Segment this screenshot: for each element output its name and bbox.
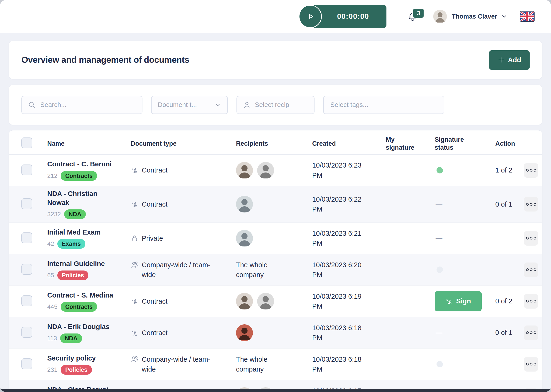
document-name[interactable]: NDA - Erik Douglas <box>47 322 131 331</box>
language-selector-button[interactable] <box>520 11 535 22</box>
table-row: NDA - Christian Nowak 3232 NDA Contract … <box>9 186 542 223</box>
table-row: Contract - C. Beruni 212 Contracts Contr… <box>9 155 542 186</box>
document-type: Contract <box>131 328 236 338</box>
row-checkbox[interactable] <box>21 198 32 209</box>
document-id: 445 <box>47 303 57 310</box>
notification-badge: 3 <box>412 8 424 19</box>
recipients <box>236 162 312 179</box>
recipient-placeholder: Select recip <box>255 101 289 109</box>
created-date: 10/03/2023 6:22 PM <box>312 194 386 214</box>
search-field[interactable] <box>21 96 142 114</box>
document-meta: 445 Contracts <box>47 302 131 312</box>
document-name[interactable]: Contract - S. Medina <box>47 291 131 300</box>
document-tag: Policies <box>61 365 92 375</box>
timer-value: 00:00:00 <box>330 12 369 21</box>
divider <box>514 8 514 25</box>
document-meta: 113 NDA <box>47 334 131 343</box>
recipients <box>236 293 312 310</box>
document-type-dropdown[interactable]: Document t... <box>151 96 228 114</box>
user-menu[interactable]: Thomas Claver <box>433 10 508 23</box>
pending-status-dot <box>437 266 443 273</box>
document-id: 231 <box>47 366 57 373</box>
pending-status-dot <box>437 361 443 367</box>
chevron-down-icon <box>215 102 221 108</box>
document-id: 65 <box>47 272 54 279</box>
document-meta: 231 Policies <box>47 365 131 375</box>
created-date: 10/03/2023 6:21 PM <box>312 228 386 248</box>
document-meta: 212 Contracts <box>47 171 131 181</box>
recipient-avatar-woman-dark-hair <box>236 162 253 179</box>
row-actions-menu-button[interactable] <box>524 197 538 211</box>
row-checkbox[interactable] <box>21 358 32 369</box>
document-name[interactable]: NDA - Christian Nowak <box>47 189 131 207</box>
document-type: Contract <box>131 296 236 306</box>
time-tracker-widget[interactable]: 00:00:00 <box>312 5 387 28</box>
no-signature-dash: — <box>436 234 442 242</box>
row-checkbox[interactable] <box>21 264 32 275</box>
signature-status-cell: — <box>435 234 495 242</box>
recipients <box>236 196 312 213</box>
notifications-button[interactable]: 3 <box>408 12 417 21</box>
table-body: Contract - C. Beruni 212 Contracts Contr… <box>9 155 542 392</box>
created-date: 10/03/2023 6:20 PM <box>312 260 386 280</box>
row-checkbox[interactable] <box>21 327 32 338</box>
documents-table: Name Document type Recipients Created My… <box>9 130 542 392</box>
row-actions-menu-button[interactable] <box>524 231 538 245</box>
column-header-my-signature: My signature <box>386 136 434 152</box>
table-row: Internal Guideline 65 Policies Company-w… <box>9 254 542 286</box>
divider <box>427 8 427 25</box>
signature-status-cell: — <box>435 200 495 208</box>
row-checkbox[interactable] <box>21 232 32 243</box>
user-name: Thomas Claver <box>452 13 497 20</box>
row-actions-menu-button[interactable] <box>524 263 538 277</box>
document-name[interactable]: Initial Med Exam <box>47 228 131 237</box>
tags-input[interactable] <box>330 101 438 109</box>
document-id: 42 <box>47 240 54 247</box>
tags-field[interactable] <box>323 96 444 114</box>
row-actions-menu-button[interactable] <box>524 325 538 340</box>
people-icon <box>131 261 139 269</box>
document-id: 212 <box>47 172 57 180</box>
document-name[interactable]: Security policy <box>47 354 131 363</box>
recipients <box>236 324 312 341</box>
row-actions-menu-button[interactable] <box>524 294 538 308</box>
row-actions-menu-button[interactable] <box>524 357 538 371</box>
recipients: The whole company <box>236 354 312 374</box>
row-actions-menu-button[interactable] <box>524 163 538 178</box>
row-checkbox[interactable] <box>21 295 32 306</box>
add-document-button[interactable]: Add <box>489 50 530 70</box>
document-type: Company-wide / team-wide <box>131 260 236 280</box>
signature-icon <box>131 297 139 305</box>
signed-status-dot <box>437 167 443 174</box>
signature-icon <box>131 329 139 337</box>
recipient-avatar-man-smiling <box>257 293 274 310</box>
search-input[interactable] <box>40 101 136 109</box>
created-date: 10/03/2023 6:23 PM <box>312 160 386 180</box>
document-meta: 65 Policies <box>47 271 131 280</box>
user-avatar <box>433 10 447 23</box>
created-date: 10/03/2023 6:19 PM <box>312 291 386 311</box>
page-header-card: Overview and management of documents Add <box>9 41 542 79</box>
select-all-checkbox[interactable] <box>21 138 32 148</box>
document-tag: NDA <box>64 209 86 219</box>
signature-count: 1 of 2 <box>495 166 520 174</box>
document-type: Company-wide / team-wide <box>131 354 236 374</box>
created-date: 10/03/2023 6:18 PM <box>312 323 386 343</box>
document-type: Contract <box>131 199 236 209</box>
play-button[interactable] <box>299 5 322 28</box>
filter-bar: Document t... Select recip <box>9 85 542 125</box>
sign-button[interactable]: Sign <box>435 291 482 311</box>
signature-icon <box>445 298 453 305</box>
document-name[interactable]: Contract - C. Beruni <box>47 160 131 169</box>
document-meta: 3232 NDA <box>47 209 131 219</box>
recipients <box>236 230 312 247</box>
document-name[interactable]: Internal Guideline <box>47 259 131 268</box>
row-checkbox[interactable] <box>21 165 32 175</box>
signature-icon <box>131 200 139 208</box>
person-photo-icon <box>433 10 447 23</box>
table-header-row: Name Document type Recipients Created My… <box>9 133 542 155</box>
document-tag: NDA <box>60 334 82 343</box>
document-type-placeholder: Document t... <box>158 101 197 109</box>
main-content: Overview and management of documents Add… <box>0 33 551 392</box>
recipient-dropdown[interactable]: Select recip <box>236 96 315 114</box>
